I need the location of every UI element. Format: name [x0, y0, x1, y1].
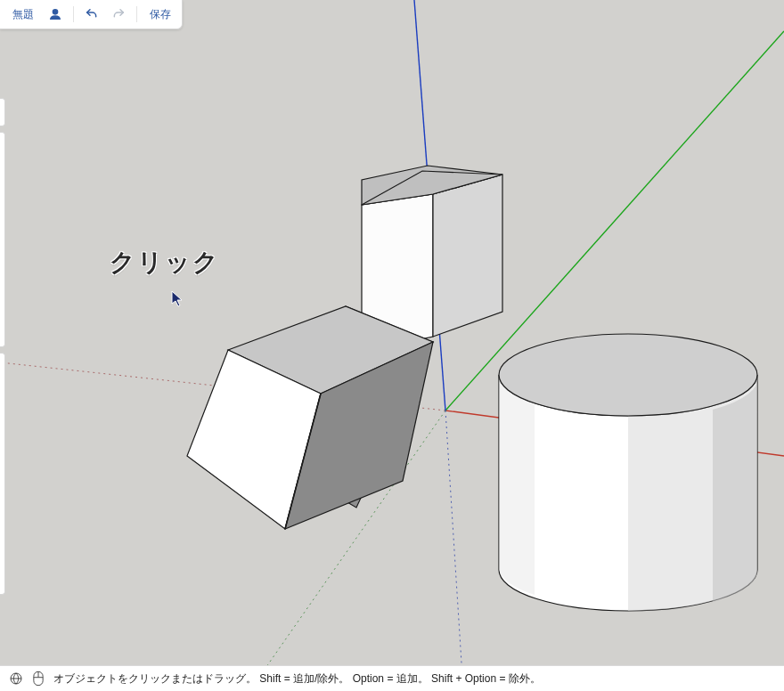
globe-icon[interactable]	[9, 671, 23, 686]
svg-point-8	[53, 10, 57, 14]
mouse-icon	[32, 671, 45, 687]
status-bar: オブジェクトをクリックまたはドラッグ。 Shift = 追加/除外。 Optio…	[0, 665, 784, 691]
top-toolbar: 無題 保存	[0, 0, 183, 29]
document-title[interactable]: 無題	[9, 4, 37, 25]
click-annotation: クリック	[110, 246, 220, 280]
viewport-3d[interactable]: 無題 保存 クリック	[0, 0, 784, 691]
cursor-icon	[171, 290, 185, 312]
left-panel-tab-1[interactable]	[0, 98, 5, 126]
tilted-cube-object[interactable]	[187, 306, 433, 529]
left-panel-tab-2[interactable]	[0, 132, 5, 347]
cylinder-object[interactable]	[499, 334, 758, 611]
scene-svg	[0, 0, 784, 691]
status-hint: オブジェクトをクリックまたはドラッグ。 Shift = 追加/除外。 Optio…	[53, 671, 541, 687]
left-panel-strip	[0, 98, 5, 597]
svg-line-5	[445, 411, 463, 691]
svg-point-6	[499, 334, 757, 416]
redo-button[interactable]	[110, 4, 127, 25]
user-icon[interactable]	[46, 4, 64, 25]
left-panel-tab-3[interactable]	[0, 353, 5, 595]
save-button[interactable]: 保存	[146, 4, 175, 25]
undo-button[interactable]	[83, 4, 101, 25]
